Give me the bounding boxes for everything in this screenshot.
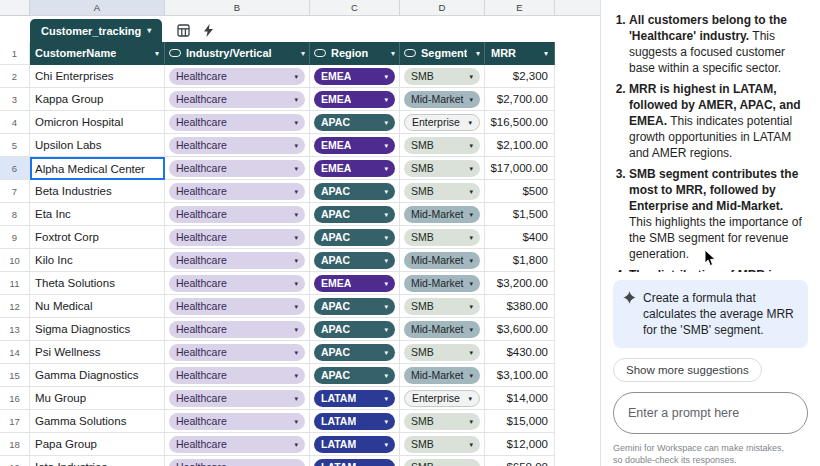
region-chip[interactable]: APAC ▾ [314,183,395,200]
row-number[interactable]: 3 [0,88,30,111]
industry-cell[interactable]: Healthcare ▾ [165,341,310,364]
industry-chip[interactable]: Healthcare ▾ [169,413,305,430]
region-cell[interactable]: APAC ▾ [310,111,400,134]
table-grid-icon[interactable] [177,24,190,37]
customer-cell[interactable]: Theta Solutions [30,272,165,295]
industry-chip[interactable]: Healthcare ▾ [169,321,305,338]
prompt-input[interactable] [613,392,808,434]
industry-cell[interactable]: Healthcare ▾ [165,180,310,203]
chevron-down-icon[interactable]: ▾ [473,49,480,58]
region-chip[interactable]: APAC ▾ [314,321,395,338]
industry-chip[interactable]: Healthcare ▾ [169,459,305,466]
segment-chip[interactable]: SMB ▾ [404,229,480,246]
industry-chip[interactable]: Healthcare ▾ [169,160,305,177]
region-cell[interactable]: APAC ▾ [310,341,400,364]
region-cell[interactable]: LATAM ▾ [310,410,400,433]
segment-cell[interactable]: Mid-Market ▾ [400,249,485,272]
mrr-cell[interactable]: $1,500 [485,203,555,226]
mrr-cell[interactable]: $3,100.00 [485,364,555,387]
region-cell[interactable]: EMEA ▾ [310,65,400,88]
region-chip[interactable]: APAC ▾ [314,114,395,131]
customer-cell[interactable]: Kappa Group [30,88,165,111]
customer-cell[interactable]: Foxtrot Corp [30,226,165,249]
segment-cell[interactable]: SMB ▾ [400,134,485,157]
segment-cell[interactable]: SMB ▾ [400,226,485,249]
mrr-cell[interactable]: $430.00 [485,341,555,364]
table-name-tab[interactable]: Customer_tracking ▾ [30,19,162,42]
header-industry[interactable]: Industry/Vertical ▾ [165,42,310,65]
suggestion-card[interactable]: Create a formula that calculates the ave… [613,280,808,348]
industry-cell[interactable]: Healthcare ▾ [165,295,310,318]
industry-cell[interactable]: Healthcare ▾ [165,88,310,111]
industry-chip[interactable]: Healthcare ▾ [169,344,305,361]
column-header-b[interactable]: B [165,0,310,16]
region-cell[interactable]: EMEA ▾ [310,134,400,157]
mrr-cell[interactable]: $3,600.00 [485,318,555,341]
chevron-down-icon[interactable]: ▾ [388,49,395,58]
region-chip[interactable]: APAC ▾ [314,206,395,223]
customer-cell[interactable]: Psi Wellness [30,341,165,364]
row-number[interactable]: 7 [0,180,30,203]
industry-chip[interactable]: Healthcare ▾ [169,137,305,154]
chevron-down-icon[interactable]: ▾ [298,49,305,58]
segment-chip[interactable]: SMB ▾ [404,137,480,154]
row-number[interactable]: 4 [0,111,30,134]
industry-chip[interactable]: Healthcare ▾ [169,275,305,292]
customer-cell[interactable]: Kilo Inc [30,249,165,272]
row-number[interactable]: 5 [0,134,30,157]
customer-cell[interactable]: Gamma Solutions [30,410,165,433]
segment-cell[interactable]: Mid-Market ▾ [400,318,485,341]
industry-chip[interactable]: Healthcare ▾ [169,229,305,246]
industry-chip[interactable]: Healthcare ▾ [169,367,305,384]
show-more-suggestions-button[interactable]: Show more suggestions [613,358,762,382]
region-cell[interactable]: LATAM ▾ [310,387,400,410]
industry-chip[interactable]: Healthcare ▾ [169,298,305,315]
industry-cell[interactable]: Healthcare ▾ [165,387,310,410]
row-number[interactable]: 12 [0,295,30,318]
chevron-down-icon[interactable]: ▾ [152,49,159,58]
region-chip[interactable]: LATAM ▾ [314,436,395,453]
row-number[interactable]: 9 [0,226,30,249]
mrr-cell[interactable]: $17,000.00 [485,157,555,180]
industry-chip[interactable]: Healthcare ▾ [169,252,305,269]
mrr-cell[interactable]: $12,000 [485,433,555,456]
row-number[interactable]: 17 [0,410,30,433]
industry-cell[interactable]: Healthcare ▾ [165,364,310,387]
customer-cell[interactable]: Chi Enterprises [30,65,165,88]
region-cell[interactable]: EMEA ▾ [310,88,400,111]
region-cell[interactable]: APAC ▾ [310,295,400,318]
segment-chip[interactable]: SMB ▾ [404,183,480,200]
region-cell[interactable]: APAC ▾ [310,180,400,203]
region-chip[interactable]: APAC ▾ [314,367,395,384]
customer-cell[interactable]: Upsilon Labs [30,134,165,157]
chevron-down-icon[interactable]: ▾ [541,49,548,58]
segment-chip[interactable]: Enterprise ▾ [404,390,480,407]
segment-chip[interactable]: SMB ▾ [404,344,480,361]
row-number[interactable]: 16 [0,387,30,410]
customer-cell[interactable]: Papa Group [30,433,165,456]
region-chip[interactable]: APAC ▾ [314,298,395,315]
row-number[interactable]: 19 [0,456,30,466]
industry-cell[interactable]: Healthcare ▾ [165,272,310,295]
segment-chip[interactable]: Mid-Market ▾ [404,252,480,269]
region-cell[interactable]: APAC ▾ [310,203,400,226]
segment-cell[interactable]: SMB ▾ [400,433,485,456]
segment-chip[interactable]: SMB ▾ [404,298,480,315]
mrr-cell[interactable]: $14,000 [485,387,555,410]
industry-cell[interactable]: Healthcare ▾ [165,203,310,226]
region-cell[interactable]: LATAM ▾ [310,433,400,456]
row-number[interactable]: 18 [0,433,30,456]
segment-cell[interactable]: Mid-Market ▾ [400,364,485,387]
row-number[interactable]: 1 [0,42,30,65]
segment-cell[interactable]: SMB ▾ [400,157,485,180]
row-number[interactable]: 14 [0,341,30,364]
segment-cell[interactable]: Enterprise ▾ [400,387,485,410]
segment-cell[interactable]: Enterprise ▾ [400,111,485,134]
segment-cell[interactable]: SMB ▾ [400,410,485,433]
customer-cell[interactable]: Sigma Diagnostics [30,318,165,341]
mrr-cell[interactable]: $650.00 [485,456,555,466]
segment-cell[interactable]: SMB ▾ [400,65,485,88]
header-region[interactable]: Region ▾ [310,42,400,65]
segment-cell[interactable]: Mid-Market ▾ [400,272,485,295]
customer-cell[interactable]: Alpha Medical Center [30,157,165,180]
